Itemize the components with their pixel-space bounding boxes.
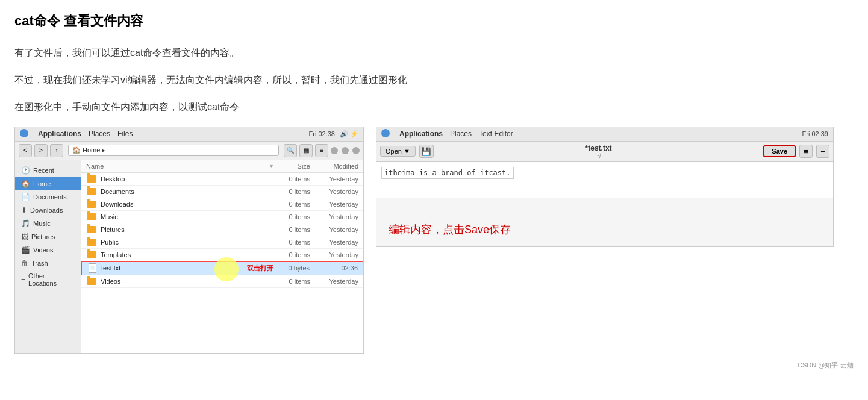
- te-save-button[interactable]: Save: [763, 145, 796, 157]
- fm-toolbar: < > ↑ 🏠 Home ▸ 🔍 ▦ ≡: [15, 142, 363, 160]
- sort-icon: ▼: [269, 163, 274, 169]
- sidebar-item-music-label: Music: [33, 220, 51, 227]
- te-time: Fri 02:39: [802, 130, 828, 137]
- file-row-desktop[interactable]: Desktop 0 items Yesterday: [81, 173, 363, 186]
- te-filepath: ~/: [546, 152, 651, 159]
- fm-location-text: Home: [83, 146, 100, 154]
- fm-sys-icons: 🔊 ⚡: [340, 130, 358, 138]
- fm-forward-button[interactable]: >: [34, 144, 48, 157]
- downloads-icon: ⬇: [21, 206, 27, 214]
- sidebar-item-other-locations-label: Other Locations: [28, 272, 75, 287]
- sidebar-item-downloads-label: Downloads: [30, 207, 63, 214]
- te-editor-menu[interactable]: Text Editor: [479, 130, 513, 138]
- sidebar-item-documents[interactable]: 📄 Documents: [15, 190, 81, 204]
- paragraph-2: 不过，现在我们还未学习vi编辑器，无法向文件内编辑内容，所以，暂时，我们先通过图…: [14, 72, 854, 88]
- fm-places-menu[interactable]: Places: [89, 130, 110, 138]
- file-modified-documents: Yesterday: [310, 188, 358, 195]
- file-name-public: Public: [101, 239, 274, 246]
- col-size-header: Size: [274, 163, 310, 170]
- sidebar-item-recent[interactable]: 🕐 Recent: [15, 164, 81, 177]
- file-modified-pictures: Yesterday: [310, 226, 358, 233]
- file-row-public[interactable]: Public 0 items Yesterday: [81, 236, 363, 249]
- fm-files-menu[interactable]: Files: [117, 130, 133, 138]
- te-applications-menu[interactable]: Applications: [399, 130, 443, 138]
- file-name-music: Music: [101, 213, 274, 220]
- sidebar-item-pictures[interactable]: 🖼 Pictures: [15, 230, 81, 243]
- te-menubar-right: Fri 02:39: [802, 130, 828, 137]
- file-modified-music: Yesterday: [310, 213, 358, 220]
- file-modified-public: Yesterday: [310, 239, 358, 246]
- sidebar-item-pictures-label: Pictures: [31, 233, 55, 240]
- fm-grid-view-button[interactable]: ▦: [299, 144, 313, 157]
- file-name-desktop: Desktop: [101, 175, 274, 183]
- sidebar-item-downloads[interactable]: ⬇ Downloads: [15, 204, 81, 217]
- file-row-downloads[interactable]: Downloads 0 items Yesterday: [81, 198, 363, 211]
- file-row-test-txt[interactable]: 📄 test.txt 双击打开 0 bytes 02:36: [81, 261, 363, 275]
- file-name-documents: Documents: [101, 188, 274, 195]
- file-name-videos: Videos: [101, 278, 274, 285]
- folder-icon: [86, 187, 97, 196]
- te-annotation: 编辑内容，点击Save保存: [376, 213, 833, 246]
- sidebar-item-videos[interactable]: 🎬 Videos: [15, 243, 81, 257]
- file-name-downloads: Downloads: [101, 201, 274, 208]
- te-places-menu[interactable]: Places: [450, 130, 472, 138]
- folder-icon: [86, 238, 97, 246]
- te-open-label: Open: [386, 148, 402, 155]
- te-minimize-button[interactable]: −: [816, 145, 829, 158]
- file-size-music: 0 items: [274, 213, 310, 220]
- file-size-pictures: 0 items: [274, 226, 310, 233]
- fm-content: Name ▼ Size Modified Desktop 0 items Yes…: [81, 160, 363, 353]
- file-size-templates: 0 items: [274, 251, 310, 258]
- fm-sidebar: 🕐 Recent 🏠 Home 📄 Documents ⬇ Downloads …: [15, 160, 81, 353]
- fm-search-button[interactable]: 🔍: [284, 144, 297, 157]
- videos-icon: 🎬: [21, 246, 30, 254]
- folder-icon: [86, 225, 97, 234]
- sidebar-item-home[interactable]: 🏠 Home: [15, 177, 81, 190]
- sidebar-item-music[interactable]: 🎵 Music: [15, 217, 81, 230]
- file-row-music[interactable]: Music 0 items Yesterday: [81, 211, 363, 223]
- fm-body: 🕐 Recent 🏠 Home 📄 Documents ⬇ Downloads …: [15, 160, 363, 353]
- page-title: cat命令 查看文件内容: [14, 12, 854, 30]
- fm-app-icon: [20, 129, 31, 139]
- fm-menubar: Applications Places Files Fri 02:38 🔊 ⚡: [15, 127, 363, 142]
- file-modified-desktop: Yesterday: [310, 175, 358, 183]
- col-name-header: Name: [86, 163, 269, 170]
- fm-maximize-button[interactable]: [342, 147, 349, 154]
- te-open-button[interactable]: Open ▼: [380, 146, 416, 157]
- te-content-area[interactable]: itheima is a brand of itcast.: [376, 162, 833, 198]
- fm-up-button[interactable]: ↑: [50, 144, 63, 157]
- file-size-videos: 0 items: [274, 278, 310, 285]
- fm-location-arrow: ▸: [102, 146, 105, 154]
- fm-time: Fri 02:38: [309, 130, 335, 137]
- fm-location-bar[interactable]: 🏠 Home ▸: [68, 145, 279, 156]
- file-size-documents: 0 items: [274, 188, 310, 195]
- pictures-icon: 🖼: [21, 233, 28, 241]
- file-modified-templates: Yesterday: [310, 251, 358, 258]
- file-row-documents[interactable]: Documents 0 items Yesterday: [81, 186, 363, 198]
- documents-icon: 📄: [21, 193, 30, 201]
- te-title-area: *test.txt ~/: [546, 144, 651, 159]
- folder-icon: [86, 251, 97, 259]
- file-modified-test-txt: 02:36: [310, 264, 358, 272]
- fm-applications-menu[interactable]: Applications: [38, 130, 81, 138]
- sidebar-item-other-locations[interactable]: + Other Locations: [15, 270, 81, 289]
- fm-back-button[interactable]: <: [19, 144, 32, 157]
- fm-list-view-button[interactable]: ≡: [315, 144, 328, 157]
- file-size-desktop: 0 items: [274, 175, 310, 183]
- paragraph-3: 在图形化中，手动向文件内添加内容，以测试cat命令: [14, 99, 854, 115]
- screenshots-container: Applications Places Files Fri 02:38 🔊 ⚡ …: [14, 127, 854, 354]
- file-row-pictures[interactable]: Pictures 0 items Yesterday: [81, 223, 363, 236]
- fm-close-button[interactable]: [352, 147, 360, 154]
- te-hamburger-button[interactable]: ≡: [799, 145, 813, 158]
- sidebar-item-documents-label: Documents: [33, 193, 67, 201]
- te-file-button[interactable]: 💾: [419, 145, 434, 158]
- fm-menubar-right: Fri 02:38 🔊 ⚡: [309, 130, 358, 138]
- footer-credit: CSDN @知乎-云烟: [14, 361, 854, 370]
- fm-minimize-button[interactable]: [331, 147, 338, 154]
- file-manager-screenshot: Applications Places Files Fri 02:38 🔊 ⚡ …: [14, 127, 364, 354]
- folder-icon: [86, 277, 97, 286]
- folder-icon: [86, 175, 97, 183]
- folder-icon: [86, 200, 97, 208]
- sidebar-item-trash[interactable]: 🗑 Trash: [15, 257, 81, 270]
- file-size-downloads: 0 items: [274, 201, 310, 208]
